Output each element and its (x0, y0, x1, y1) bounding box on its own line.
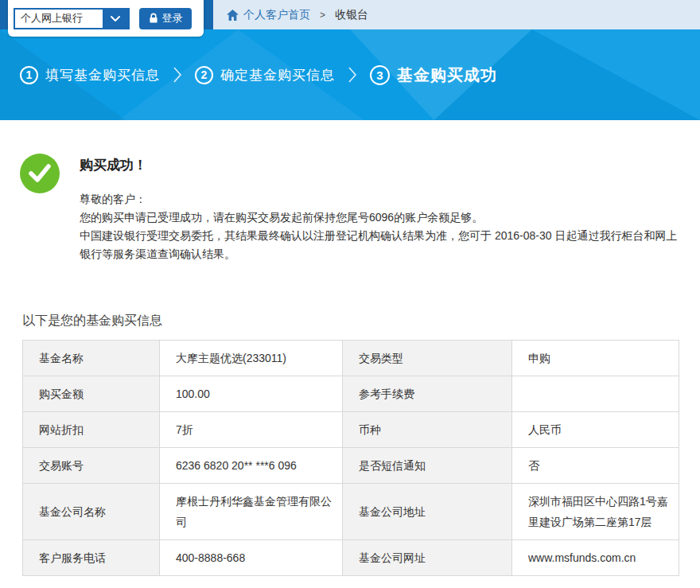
step-1-fill-info: 1 填写基金购买信息 (20, 66, 160, 84)
table-cell-value: 人民币 (512, 412, 679, 448)
breadcrumb-home-link[interactable]: 个人客户首页 (227, 8, 310, 22)
step-2-label: 确定基金购买信息 (220, 66, 335, 84)
table-cell-label: 基金名称 (23, 341, 160, 376)
breadcrumb-bar: 个人客户首页 > 收银台 (213, 0, 700, 29)
table-row: 交易账号 6236 6820 20** ***6 096 是否短信通知 否 (23, 448, 679, 484)
table-cell-value: 7折 (160, 412, 343, 448)
table-cell-label: 基金公司地址 (343, 484, 512, 540)
step-2-confirm-info: 2 确定基金购买信息 (195, 66, 335, 84)
breadcrumb-current: 收银台 (335, 8, 368, 22)
check-icon (28, 163, 52, 184)
table-cell-value: 大摩主题优选(233011) (160, 341, 343, 376)
home-icon (227, 10, 239, 21)
step-3-success: 3 基金购买成功 (370, 64, 497, 86)
login-panel: 个人网上银行 登录 (8, 0, 204, 37)
page: 个人客户首页 > 收银台 个人网上银行 登录 1 填写 (0, 0, 700, 588)
success-line-1: 您的购买申请已受理成功，请在购买交易发起前保持您尾号6096的账户余额足够。 (80, 208, 681, 227)
table-cell-value: 400-8888-668 (160, 540, 343, 576)
success-title: 购买成功！ (80, 156, 681, 174)
table-title: 以下是您的基金购买信息 (22, 313, 700, 329)
table-cell-value: 6236 6820 20** ***6 096 (160, 448, 343, 484)
table-cell-value: 100.00 (160, 376, 343, 412)
table-row: 购买金额 100.00 参考手续费 (23, 376, 679, 412)
table-cell-label: 网站折扣 (23, 412, 160, 448)
breadcrumb: 个人客户首页 > 收银台 (227, 8, 368, 22)
success-section: 购买成功！ 尊敬的客户： 您的购买申请已受理成功，请在购买交易发起前保持您尾号6… (0, 120, 700, 263)
table-cell-label: 交易账号 (23, 448, 160, 484)
step-1-label: 填写基金购买信息 (45, 66, 160, 84)
chevron-down-icon (103, 10, 128, 28)
table-cell-label: 交易类型 (343, 341, 512, 376)
chevron-right-icon (173, 66, 182, 84)
table-row: 基金公司名称 摩根士丹利华鑫基金管理有限公司 基金公司地址 深圳市福田区中心四路… (23, 484, 679, 540)
purchase-info-table: 基金名称 大摩主题优选(233011) 交易类型 申购 购买金额 100.00 … (22, 340, 679, 576)
success-texts: 购买成功！ 尊敬的客户： 您的购买申请已受理成功，请在购买交易发起前保持您尾号6… (80, 154, 681, 263)
login-button-label: 登录 (162, 11, 183, 25)
step-3-label: 基金购买成功 (397, 64, 497, 86)
step-3-number: 3 (370, 65, 390, 85)
table-cell-value: 申购 (512, 341, 679, 376)
table-cell-label: 基金公司名称 (23, 484, 160, 540)
step-2-number: 2 (195, 66, 213, 84)
success-greeting: 尊敬的客户： (80, 190, 681, 208)
chevron-right-icon (348, 66, 357, 84)
table-cell-value: www.msfunds.com.cn (512, 540, 679, 576)
table-cell-label: 参考手续费 (343, 376, 512, 412)
success-check-badge (20, 154, 60, 193)
wizard-steps: 1 填写基金购买信息 2 确定基金购买信息 3 基金购买成功 (20, 29, 497, 120)
channel-select[interactable]: 个人网上银行 (14, 8, 130, 29)
steps-banner: 1 填写基金购买信息 2 确定基金购买信息 3 基金购买成功 (0, 29, 700, 120)
table-cell-label: 币种 (343, 412, 512, 448)
table-cell-value: 否 (512, 448, 679, 484)
table-row: 网站折扣 7折 币种 人民币 (23, 412, 679, 448)
table-cell-label: 购买金额 (23, 376, 160, 412)
step-1-number: 1 (20, 66, 38, 84)
login-button[interactable]: 登录 (139, 8, 192, 29)
table-cell-label: 是否短信通知 (343, 448, 512, 484)
breadcrumb-separator: > (320, 10, 325, 21)
success-line-2: 中国建设银行受理交易委托，其结果最终确认以注册登记机构确认结果为准，您可于 20… (80, 227, 681, 263)
table-cell-value: 深圳市福田区中心四路1号嘉里建设广场第二座第17层 (512, 484, 679, 540)
table-cell-label: 客户服务电话 (23, 540, 160, 576)
lock-icon (149, 13, 158, 24)
channel-select-value: 个人网上银行 (15, 11, 103, 25)
table-cell-value: 摩根士丹利华鑫基金管理有限公司 (160, 484, 343, 540)
table-row: 客户服务电话 400-8888-668 基金公司网址 www.msfunds.c… (23, 540, 679, 576)
table-row: 基金名称 大摩主题优选(233011) 交易类型 申购 (23, 341, 679, 376)
breadcrumb-home-label: 个人客户首页 (243, 8, 310, 22)
table-cell-label: 基金公司网址 (343, 540, 512, 576)
table-cell-value (512, 376, 679, 412)
